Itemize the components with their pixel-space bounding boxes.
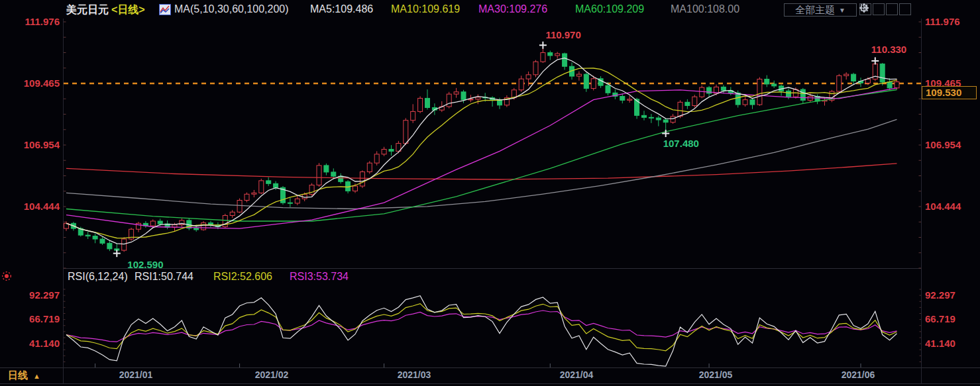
ma30-legend: MA30:109.276 — [478, 3, 547, 15]
date-label: 2021/03 — [386, 369, 442, 380]
high-price-annotation: 110.970 — [545, 29, 580, 40]
last-price-badge: 109.530 — [922, 86, 977, 99]
rsi-tick-left: 92.297 — [0, 289, 60, 301]
theme-dropdown-label: 全部主题 — [795, 4, 835, 17]
low-price-annotation: 102.590 — [127, 259, 163, 270]
x-axis-scale-icon[interactable] — [886, 3, 898, 15]
period-label: 日线 — [8, 369, 28, 382]
price-tick-right: 104.444 — [925, 201, 961, 212]
rsi2-legend: RSI2:52.606 — [213, 271, 272, 283]
rsi3-legend: RSI3:53.734 — [290, 271, 349, 283]
chart-canvas[interactable]: 110.970110.330102.590107.480 — [0, 0, 980, 386]
rsi-tick-right: 92.297 — [925, 289, 955, 301]
rsi-param-label: RSI(6,12,24) — [68, 271, 128, 283]
date-label: 2021/05 — [688, 369, 743, 380]
price-tick-left: 109.465 — [0, 77, 60, 89]
chart-window: 110.970110.330102.590107.480 美元日元 <日线> M… — [0, 0, 980, 386]
candles-layer — [64, 46, 900, 252]
symbol-title: 美元日元 — [66, 3, 109, 17]
ma60-legend: MA60:109.209 — [575, 3, 644, 15]
date-label: 2021/06 — [830, 369, 886, 380]
rsi1-legend: RSI1:50.744 — [135, 271, 193, 283]
ma10-legend: MA10:109.619 — [391, 3, 460, 15]
price-tick-right: 106.954 — [925, 139, 961, 150]
period-up-arrow-icon: ▲ — [33, 372, 40, 380]
mini-chart-icon[interactable] — [159, 4, 171, 15]
ma100-legend: MA100:108.00 — [671, 3, 739, 15]
ma100-line — [66, 119, 897, 209]
period-selector[interactable]: 日线 ▲ — [8, 369, 40, 382]
y-axis-scale-icon[interactable] — [873, 3, 885, 15]
rsi-tick-left: 41.140 — [0, 338, 60, 349]
rsi-tick-left: 66.719 — [0, 313, 60, 324]
date-label: 2021/02 — [244, 369, 299, 380]
ma-param-label: MA(5,10,30,60,100,200) — [174, 3, 289, 15]
rsi-tick-right: 41.140 — [925, 338, 955, 349]
low-price-annotation: 107.480 — [663, 138, 699, 149]
theme-dropdown-button[interactable]: 全部主题 ▼ — [784, 3, 857, 17]
price-tick-left: 111.976 — [0, 16, 60, 27]
alarm-dot-icon[interactable] — [1, 271, 12, 281]
rsi-tick-right: 66.719 — [925, 313, 955, 324]
price-tick-left: 104.444 — [0, 201, 60, 212]
ma200-line — [66, 164, 897, 179]
rsi2-line — [66, 304, 897, 351]
ma5-legend: MA5:109.486 — [310, 3, 373, 15]
price-tick-left: 106.954 — [0, 139, 60, 150]
dropdown-arrow-icon: ▼ — [839, 7, 845, 14]
shift-right-icon[interactable] — [899, 3, 911, 15]
period-tag[interactable]: <日线> — [111, 3, 145, 17]
chart-toolbar — [859, 3, 911, 15]
date-label: 2021/01 — [108, 369, 164, 380]
rsi1-line — [66, 296, 897, 366]
price-tick-right: 111.976 — [925, 16, 960, 27]
date-label: 2021/04 — [549, 369, 604, 380]
high-price-annotation: 110.330 — [871, 44, 906, 55]
